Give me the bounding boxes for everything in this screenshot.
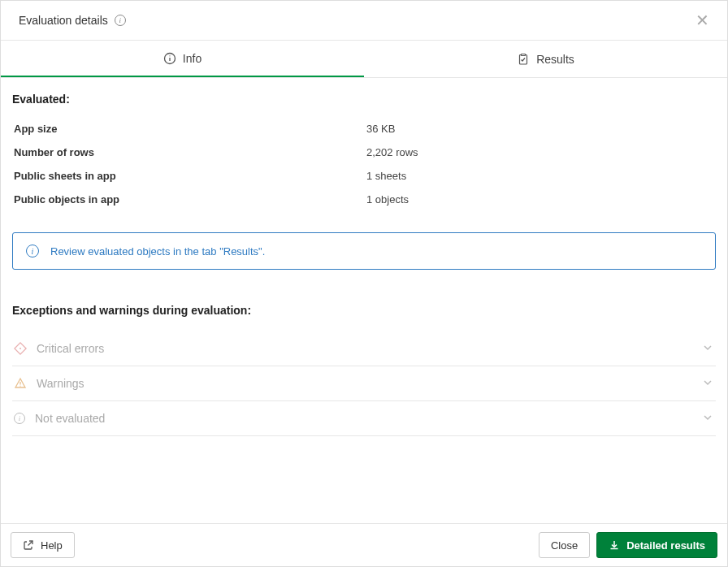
evaluation-details-modal: Evaluation details i ✕ Info bbox=[0, 0, 728, 567]
download-icon bbox=[609, 539, 620, 551]
modal-header: Evaluation details i ✕ bbox=[1, 1, 727, 41]
detailed-results-button[interactable]: Detailed results bbox=[596, 532, 717, 558]
accordion-not-evaluated[interactable]: i Not evaluated bbox=[12, 401, 716, 436]
exceptions-title: Exceptions and warnings during evaluatio… bbox=[12, 304, 716, 317]
accordion-label: Warnings bbox=[37, 377, 84, 390]
accordion-label: Not evaluated bbox=[35, 412, 105, 425]
accordion-critical-errors[interactable]: Critical errors bbox=[12, 331, 716, 366]
kv-value: 1 objects bbox=[366, 193, 409, 206]
warning-icon bbox=[14, 377, 27, 390]
tab-info[interactable]: Info bbox=[1, 41, 364, 77]
kv-value: 2,202 rows bbox=[366, 146, 418, 158]
accordion-left: Warnings bbox=[14, 377, 84, 390]
kv-label: Number of rows bbox=[12, 146, 366, 158]
help-label: Help bbox=[41, 540, 63, 551]
svg-rect-4 bbox=[522, 54, 526, 56]
header-left: Evaluation details i bbox=[19, 14, 126, 27]
close-icon[interactable]: ✕ bbox=[692, 11, 713, 30]
kv-value: 36 KB bbox=[366, 123, 395, 135]
modal-body: Evaluated: App size 36 KB Number of rows… bbox=[1, 78, 727, 523]
list-item: Number of rows 2,202 rows bbox=[12, 141, 716, 164]
clipboard-check-icon bbox=[517, 53, 530, 66]
evaluated-title: Evaluated: bbox=[12, 93, 716, 106]
tab-results[interactable]: Results bbox=[364, 41, 727, 77]
modal-title: Evaluation details bbox=[19, 14, 108, 27]
tab-info-label: Info bbox=[183, 52, 202, 65]
accordion-warnings[interactable]: Warnings bbox=[12, 366, 716, 401]
accordion-left: Critical errors bbox=[14, 342, 104, 355]
evaluated-list: App size 36 KB Number of rows 2,202 rows… bbox=[12, 117, 716, 211]
tab-bar: Info Results bbox=[1, 41, 727, 78]
accordion-left: i Not evaluated bbox=[14, 412, 105, 425]
info-notice: i Review evaluated objects in the tab "R… bbox=[12, 232, 716, 270]
kv-label: Public sheets in app bbox=[12, 170, 366, 182]
info-icon[interactable]: i bbox=[115, 15, 126, 26]
list-item: Public objects in app 1 objects bbox=[12, 188, 716, 211]
list-item: Public sheets in app 1 sheets bbox=[12, 164, 716, 188]
list-item: App size 36 KB bbox=[12, 117, 716, 141]
kv-label: App size bbox=[12, 123, 366, 135]
info-icon: i bbox=[26, 245, 39, 258]
close-label: Close bbox=[551, 540, 578, 551]
chevron-down-icon bbox=[703, 378, 713, 390]
critical-error-icon bbox=[14, 342, 27, 355]
info-circle-icon bbox=[163, 52, 176, 65]
kv-value: 1 sheets bbox=[366, 170, 406, 182]
notice-text: Review evaluated objects in the tab "Res… bbox=[50, 245, 265, 258]
svg-point-8 bbox=[20, 386, 20, 387]
accordion-label: Critical errors bbox=[37, 342, 104, 355]
modal-footer: Help Close Detailed results bbox=[1, 523, 727, 566]
close-button[interactable]: Close bbox=[539, 532, 590, 558]
kv-label: Public objects in app bbox=[12, 193, 366, 206]
svg-point-2 bbox=[169, 55, 170, 56]
chevron-down-icon bbox=[703, 413, 713, 425]
info-icon: i bbox=[14, 413, 25, 424]
chevron-down-icon bbox=[703, 343, 713, 355]
svg-point-6 bbox=[20, 348, 21, 349]
detailed-results-label: Detailed results bbox=[626, 540, 705, 551]
footer-right: Close Detailed results bbox=[539, 532, 717, 558]
external-link-icon bbox=[23, 539, 34, 551]
tab-results-label: Results bbox=[536, 53, 574, 66]
help-button[interactable]: Help bbox=[11, 532, 75, 558]
